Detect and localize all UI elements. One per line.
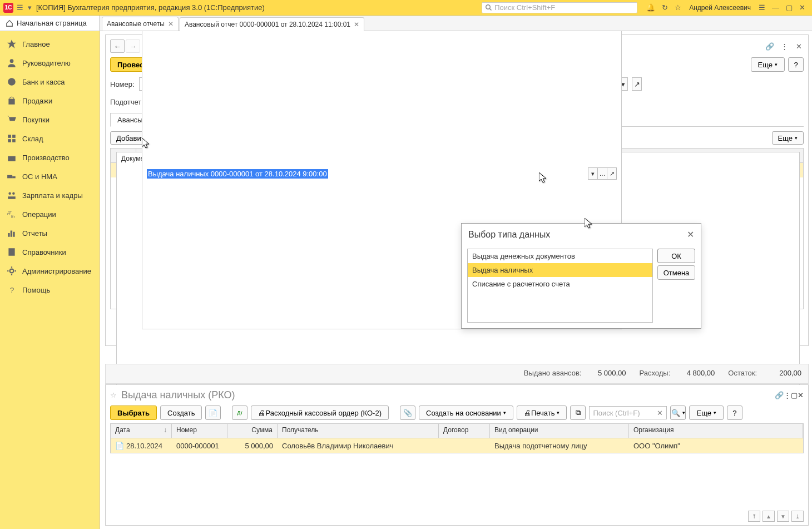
sidebar-item-help[interactable]: ?Помощь xyxy=(0,280,99,299)
page-first-button[interactable]: ⤒ xyxy=(748,511,760,522)
page-up-button[interactable]: ▲ xyxy=(763,511,775,522)
svg-rect-5 xyxy=(8,135,11,138)
cell-contract xyxy=(439,443,490,448)
kebab-icon[interactable]: ⋮ xyxy=(779,41,789,51)
link-icon[interactable]: 🔗 xyxy=(775,391,784,399)
search-input[interactable]: Поиск (Ctrl+F)✕ xyxy=(589,406,667,419)
col-sum[interactable]: Сумма xyxy=(227,424,278,438)
kebab-icon[interactable]: ⋮ xyxy=(784,391,791,399)
tab-avans-report-doc[interactable]: Авансовый отчет 0000-000001 от 28.10.202… xyxy=(180,17,364,31)
dtkt-button[interactable]: Дт xyxy=(232,406,247,420)
clear-icon[interactable]: ✕ xyxy=(657,409,663,417)
attach-button[interactable]: 📎 xyxy=(400,406,415,420)
dropdown-icon[interactable]: ▾ xyxy=(28,3,32,12)
link-icon[interactable]: 🔗 xyxy=(765,41,775,51)
svg-line-1 xyxy=(490,8,492,10)
open-icon[interactable]: ↗ xyxy=(632,77,642,91)
sidebar-item-main[interactable]: Главное xyxy=(0,34,99,53)
sidebar-item-manager[interactable]: Руководителю xyxy=(0,53,99,72)
svg-rect-4 xyxy=(8,99,14,105)
close-icon[interactable]: ✕ xyxy=(168,20,174,28)
cash-table: Дата↓ Номер Сумма Получатель Договор Вид… xyxy=(110,423,804,453)
type-selector-dialog: Выбор типа данных ✕ Выдача денежных доку… xyxy=(461,223,701,329)
list-item[interactable]: Списание с расчетного счета xyxy=(468,277,652,291)
tab-avans-reports[interactable]: Авансовые отчеты ✕ xyxy=(102,17,179,31)
select-button[interactable]: Выбрать xyxy=(110,406,157,420)
page-down-button[interactable]: ▼ xyxy=(777,511,789,522)
people-icon xyxy=(7,190,17,200)
create-basis-button[interactable]: Создать на основании ▾ xyxy=(419,406,513,420)
sidebar-item-assets[interactable]: ОС и НМА xyxy=(0,167,99,186)
settings-icon[interactable]: ☰ xyxy=(759,3,765,12)
sidebar-item-payroll[interactable]: Зарплата и кадры xyxy=(0,186,99,205)
help-button[interactable]: ? xyxy=(727,406,742,420)
related-button[interactable]: ⧉ xyxy=(570,406,586,420)
close-icon[interactable]: ✕ xyxy=(798,391,804,399)
ko2-button[interactable]: 🖨 Расходный кассовый ордер (КО-2) xyxy=(251,406,389,420)
menu-icon[interactable]: ☰ xyxy=(17,3,23,12)
issued-value: 5 000,00 xyxy=(587,369,626,379)
dropdown-icon[interactable]: ▾ xyxy=(588,167,598,180)
col-number[interactable]: Номер xyxy=(172,424,227,438)
close-icon[interactable]: ✕ xyxy=(799,3,805,12)
sidebar-item-reports[interactable]: Отчеты xyxy=(0,224,99,243)
expenses-value: 4 800,00 xyxy=(676,369,715,379)
search-button[interactable]: 🔍▾ xyxy=(670,406,686,420)
sidebar-item-purchases[interactable]: Покупки xyxy=(0,110,99,129)
star-icon[interactable]: ☆ xyxy=(675,3,681,12)
close-icon[interactable]: ✕ xyxy=(354,21,359,28)
home-tab[interactable]: Начальная страница xyxy=(0,16,100,31)
select-icon[interactable]: … xyxy=(597,167,607,180)
cell-number: 0000-000001 xyxy=(172,439,227,452)
svg-point-12 xyxy=(8,192,11,195)
table-row[interactable]: 📄28.10.2024 0000-000001 5 000,00 Соловьё… xyxy=(111,438,803,453)
maximize-icon[interactable]: ▢ xyxy=(786,3,793,12)
user-label[interactable]: Андрей Алексеевич xyxy=(689,4,751,12)
open-icon[interactable]: ↗ xyxy=(607,167,617,180)
col-receiver[interactable]: Получатель xyxy=(278,424,439,438)
history-icon[interactable]: ↻ xyxy=(662,3,668,12)
factory-icon xyxy=(7,152,17,162)
sidebar-item-refs[interactable]: Справочники xyxy=(0,243,99,261)
list-item[interactable]: Выдача наличных xyxy=(468,263,652,277)
doc-text: Выдача наличных 0000-000001 от 28.10.202… xyxy=(147,169,328,179)
minimize-icon[interactable]: — xyxy=(772,3,779,12)
maximize-icon[interactable]: ▢ xyxy=(791,391,798,399)
sidebar-item-label: Отчеты xyxy=(22,229,47,238)
col-org[interactable]: Организация xyxy=(629,424,803,438)
page-last-button[interactable]: ⤓ xyxy=(791,511,804,522)
nav-back-button[interactable]: ← xyxy=(110,39,125,53)
close-icon[interactable]: ✕ xyxy=(687,229,694,240)
sidebar-item-label: Банк и касса xyxy=(22,78,65,86)
favorite-icon[interactable]: ☆ xyxy=(110,391,117,399)
svg-rect-17 xyxy=(8,233,9,237)
sidebar-item-admin[interactable]: Администрирование xyxy=(0,261,99,280)
ok-button[interactable]: ОК xyxy=(657,249,695,263)
tab-label: Авансовые отчеты xyxy=(107,20,165,28)
sidebar-item-operations[interactable]: ДтКтОперации xyxy=(0,205,99,224)
more-button[interactable]: Еще ▾ xyxy=(751,57,785,72)
list-item[interactable]: Выдача денежных документов xyxy=(468,249,652,263)
global-search[interactable]: Поиск Ctrl+Shift+F xyxy=(482,2,637,13)
more-button[interactable]: Еще ▾ xyxy=(689,406,723,420)
sidebar-item-sales[interactable]: Продажи xyxy=(0,91,99,110)
sidebar-item-bank[interactable]: Банк и касса xyxy=(0,72,99,91)
sidebar-item-warehouse[interactable]: Склад xyxy=(0,129,99,148)
copy-button[interactable]: 📄 xyxy=(205,406,221,420)
col-contract[interactable]: Договор xyxy=(439,424,490,438)
col-date[interactable]: Дата↓ xyxy=(111,424,172,438)
help-icon: ? xyxy=(7,285,17,295)
coin-icon xyxy=(7,77,17,87)
more-button[interactable]: Еще ▾ xyxy=(772,131,804,145)
person-icon xyxy=(7,58,17,68)
nav-forward-button[interactable]: → xyxy=(126,39,140,53)
col-operation[interactable]: Вид операции xyxy=(490,424,629,438)
sidebar-item-production[interactable]: Производство xyxy=(0,148,99,167)
print-button[interactable]: 🖨 Печать ▾ xyxy=(517,406,567,420)
close-icon[interactable]: ✕ xyxy=(794,41,804,51)
cancel-button[interactable]: Отмена xyxy=(657,265,695,280)
doc-icon: 📄 xyxy=(115,442,124,450)
help-button[interactable]: ? xyxy=(788,57,804,72)
bell-icon[interactable]: 🔔 xyxy=(646,3,655,12)
create-button[interactable]: Создать xyxy=(160,406,202,420)
